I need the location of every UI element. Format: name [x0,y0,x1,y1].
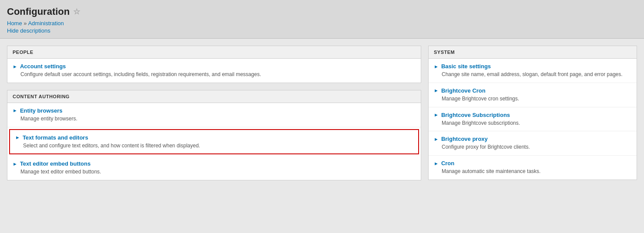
text-formats-editors-arrow-icon: ► [15,135,20,140]
people-section-header: People [7,46,421,59]
cron-item: ► Cron Manage automatic site maintenance… [429,156,637,180]
text-formats-editors-item: ► Text formats and editors Select and co… [9,129,419,155]
brightcove-subscriptions-arrow-icon: ► [434,112,439,117]
hide-descriptions-link[interactable]: Hide descriptions [7,27,637,34]
brightcove-proxy-item: ► Brightcove proxy Configure proxy for B… [429,131,637,156]
system-section-header: System [429,46,637,59]
text-editor-embed-buttons-title-row: ► Text editor embed buttons [13,160,416,167]
entity-browsers-desc: Manage entity browsers. [13,115,416,123]
text-formats-editors-link[interactable]: Text formats and editors [23,134,88,141]
page-title: Configuration ☆ [7,6,637,17]
brightcove-proxy-arrow-icon: ► [434,136,439,142]
people-section: People ► Account settings Configure defa… [7,46,421,83]
brightcove-subscriptions-title-row: ► Brightcove Subscriptions [434,112,631,118]
page-title-text: Configuration [7,6,70,17]
star-icon[interactable]: ☆ [73,7,80,17]
text-formats-editors-title-row: ► Text formats and editors [15,134,413,141]
account-settings-desc: Configure default user account settings,… [13,71,416,78]
entity-browsers-title-row: ► Entity browsers [13,107,416,114]
brightcove-cron-desc: Manage Brightcove cron settings. [434,95,631,103]
page-wrapper: Configuration ☆ Home » Administration Hi… [0,0,644,233]
entity-browsers-link[interactable]: Entity browsers [20,107,63,114]
breadcrumb-home[interactable]: Home [7,20,22,27]
text-editor-embed-buttons-arrow-icon: ► [13,161,17,166]
right-column: System ► Basic site settings Change site… [428,46,637,187]
brightcove-cron-item: ► Brightcove Cron Manage Brightcove cron… [429,83,637,107]
basic-site-settings-arrow-icon: ► [434,64,439,69]
entity-browsers-arrow-icon: ► [13,108,17,113]
entity-browsers-item: ► Entity browsers Manage entity browsers… [7,103,421,127]
brightcove-subscriptions-desc: Manage Brightcove subscriptions. [434,120,631,127]
cron-link[interactable]: Cron [441,160,454,166]
cron-title-row: ► Cron [434,160,631,166]
content-authoring-section-header: Content Authoring [7,90,421,103]
brightcove-proxy-desc: Configure proxy for Brightcove clients. [434,143,631,151]
header-bar: Configuration ☆ Home » Administration Hi… [0,0,644,39]
brightcove-subscriptions-link[interactable]: Brightcove Subscriptions [441,112,510,118]
system-section: System ► Basic site settings Change site… [428,46,637,180]
cron-desc: Manage automatic site maintenance tasks. [434,168,631,175]
content-authoring-section: Content Authoring ► Entity browsers Mana… [7,90,421,180]
brightcove-proxy-link[interactable]: Brightcove proxy [441,136,488,142]
account-settings-title-row: ► Account settings [13,63,416,70]
basic-site-settings-title-row: ► Basic site settings [434,63,631,70]
text-formats-editors-desc: Select and configure text editors, and h… [15,142,413,150]
text-editor-embed-buttons-link[interactable]: Text editor embed buttons [20,160,91,167]
text-editor-embed-buttons-item: ► Text editor embed buttons Manage text … [7,156,421,180]
basic-site-settings-desc: Change site name, email address, slogan,… [434,71,631,78]
brightcove-cron-arrow-icon: ► [434,88,439,93]
brightcove-subscriptions-item: ► Brightcove Subscriptions Manage Bright… [429,107,637,132]
left-column: People ► Account settings Configure defa… [7,46,421,187]
breadcrumb-separator: » [22,20,28,27]
brightcove-proxy-title-row: ► Brightcove proxy [434,136,631,142]
brightcove-cron-link[interactable]: Brightcove Cron [441,87,486,94]
account-settings-link[interactable]: Account settings [20,63,66,70]
cron-arrow-icon: ► [434,161,439,166]
breadcrumb-admin[interactable]: Administration [28,20,64,27]
account-settings-arrow-icon: ► [13,64,17,69]
brightcove-cron-title-row: ► Brightcove Cron [434,87,631,94]
text-editor-embed-buttons-desc: Manage text editor embed buttons. [13,168,416,176]
basic-site-settings-link[interactable]: Basic site settings [441,63,491,70]
content-area: People ► Account settings Configure defa… [0,39,644,194]
account-settings-item: ► Account settings Configure default use… [7,59,421,83]
basic-site-settings-item: ► Basic site settings Change site name, … [429,59,637,83]
breadcrumb: Home » Administration [7,20,637,27]
